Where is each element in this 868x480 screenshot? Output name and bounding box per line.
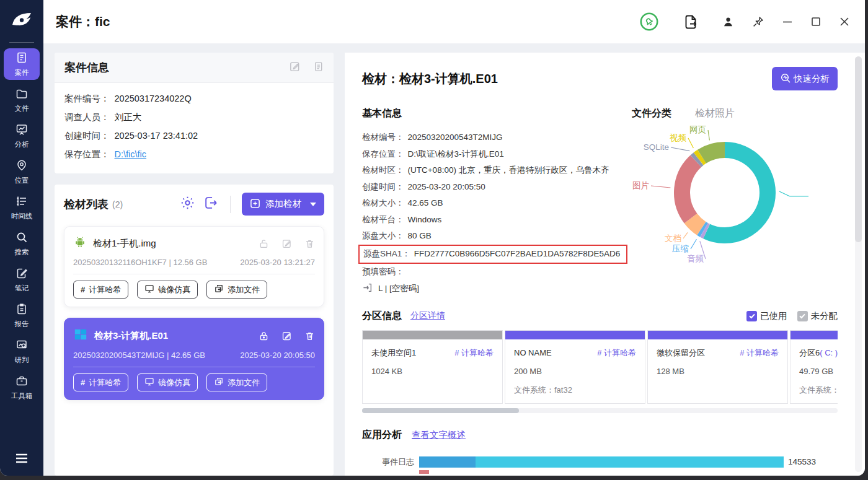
donut-slice-音频[interactable] <box>704 230 706 231</box>
sidebar-item-case[interactable]: 案件 <box>4 48 40 80</box>
case-info-body: 案件编号：20250317234022Q 调查人员：刘正大 创建时间：2025-… <box>55 83 334 173</box>
vertical-scrollbar[interactable] <box>855 56 862 472</box>
donut-slice-图片[interactable] <box>682 161 696 219</box>
compute-hash-button[interactable]: #计算哈希 <box>73 281 128 299</box>
sidebar-item-files[interactable]: 文件 <box>4 84 40 116</box>
text-summary-link[interactable]: 查看文字概述 <box>412 429 466 441</box>
tab-file-category[interactable]: 文件分类 <box>632 107 671 120</box>
event-log-bar-row: 事件日志 145533 <box>362 456 838 468</box>
sidebar-item-analysis[interactable]: 分析 <box>4 120 40 152</box>
sidebar-item-toolbox[interactable]: 工具箱 <box>4 372 40 403</box>
vertical-scrollbar-thumb[interactable] <box>855 56 862 242</box>
lock-open-icon[interactable] <box>259 238 269 249</box>
donut-slice-文档[interactable] <box>691 219 701 229</box>
menu-hamburger-icon[interactable] <box>14 452 29 467</box>
evidence-count: (2) <box>112 199 123 209</box>
sidebar-item-label: 分析 <box>15 140 29 149</box>
partition-hash-link[interactable]: # 计算哈希 <box>735 347 779 359</box>
left-column: 案件信息 案件编号：20250317234022Q 调查人员：刘正大 创建时间：… <box>55 53 334 476</box>
donut-slice-压缩[interactable] <box>701 229 704 230</box>
detail-field-password: 预填密码： <box>362 264 614 281</box>
delete-evidence-icon[interactable] <box>304 331 315 341</box>
export-case-icon[interactable] <box>683 14 699 30</box>
partition-header: 分区信息 分区详情 已使用 未分配 <box>362 310 838 323</box>
login-arrow-icon <box>362 282 373 295</box>
sidebar-item-location[interactable]: 位置 <box>4 156 40 188</box>
minimize-button[interactable] <box>782 16 793 27</box>
edit-evidence-icon[interactable] <box>281 238 292 249</box>
lock-closed-icon[interactable] <box>259 331 269 341</box>
tab-evidence-photos[interactable]: 检材照片 <box>695 107 735 120</box>
partition-size: 1024 KB <box>371 367 494 376</box>
partition-filesystem <box>371 385 494 394</box>
partition-hash-link[interactable]: # 计算哈希 <box>450 347 494 359</box>
pin-window-icon[interactable] <box>751 15 764 28</box>
partition-card-c-drive[interactable]: 分区6( C: )# 计算哈希 49.79 GB 文件系统： <box>790 330 838 404</box>
evidence-item-computer[interactable]: 检材3-计算机.E01 20250320200543T2MIJG | 42.65… <box>64 318 324 400</box>
donut-slice-SQLite[interactable] <box>696 159 698 162</box>
case-field-location: 保存位置：D:\fic\fic <box>64 145 324 164</box>
add-file-button[interactable]: 添加文件 <box>206 373 267 391</box>
partition-size: 49.79 GB <box>799 367 838 376</box>
partition-card-unused[interactable]: 未使用空间1# 计算哈希 1024 KB <box>362 330 503 404</box>
evidence-list-header: 检材列表 (2) 添加检材 <box>64 193 324 216</box>
evidence-item-phone[interactable]: 检材1-手机.img 20250320132116OH1KF7 | 12.56 … <box>64 226 324 307</box>
quick-analysis-button[interactable]: 快速分析 <box>772 67 838 90</box>
bar-category-label: 事件日志 <box>362 456 414 468</box>
edit-evidence-icon[interactable] <box>281 331 292 341</box>
user-icon[interactable] <box>722 16 734 28</box>
case-path-link[interactable]: D:\fic\fic <box>115 149 147 159</box>
donut-slice-main[interactable] <box>707 150 768 235</box>
horizontal-scrollbar[interactable] <box>362 408 838 413</box>
donut-slice-网页[interactable] <box>702 150 725 157</box>
compute-hash-button[interactable]: #计算哈希 <box>73 373 128 391</box>
donut-slice-视频[interactable] <box>699 157 702 159</box>
android-icon <box>73 235 87 251</box>
case-field-number: 案件编号：20250317234022Q <box>64 89 324 108</box>
basic-info-title: 基本信息 <box>362 107 614 120</box>
sidebar-nav: 案件 文件 分析 位置 时间线 搜索 <box>4 48 40 403</box>
app-analysis-header: 应用分析 查看文字概述 <box>362 429 838 442</box>
donut-leader-line <box>708 130 709 141</box>
detail-field-timezone: 检材时区：(UTC+08:00) 北京，重庆，香港特别行政区，乌鲁木齐 <box>362 162 614 179</box>
export-evidence-icon[interactable] <box>203 195 219 213</box>
add-file-button[interactable]: 添加文件 <box>206 281 267 299</box>
add-evidence-button[interactable]: 添加检材 <box>242 193 324 216</box>
close-button[interactable] <box>839 16 850 27</box>
mirror-simulation-button[interactable]: 镜像仿真 <box>137 373 198 391</box>
titlebar-controls <box>639 11 850 32</box>
sidebar-item-notes[interactable]: 笔记 <box>4 264 40 295</box>
detail-field-platform: 检材平台：Windows <box>362 212 614 229</box>
delete-evidence-icon[interactable] <box>304 238 315 249</box>
sidebar-item-label: 文件 <box>15 104 29 113</box>
case-field-investigator: 调查人员：刘正大 <box>64 108 324 126</box>
copy-case-info-icon[interactable] <box>313 61 324 75</box>
notification-bell-icon[interactable] <box>639 11 660 32</box>
sidebar-item-report[interactable]: 报告 <box>4 300 40 331</box>
content-area: 案件信息 案件编号：20250317234022Q 调查人员：刘正大 创建时间：… <box>43 43 865 476</box>
horizontal-scrollbar-thumb[interactable] <box>362 408 519 413</box>
filter-unallocated-checkbox[interactable]: 未分配 <box>797 310 838 322</box>
edit-case-icon[interactable] <box>289 61 301 75</box>
case-icon <box>16 51 28 66</box>
checkbox-checked-icon <box>797 311 808 321</box>
partition-hash-link[interactable]: # 计算哈希 <box>592 347 636 359</box>
sidebar-item-timeline[interactable]: 时间线 <box>4 192 40 224</box>
sidebar-item-search[interactable]: 搜索 <box>4 228 40 260</box>
filter-used-checkbox[interactable]: 已使用 <box>746 310 787 322</box>
donut-label-图片: 图片 <box>632 181 649 190</box>
detail-field-number: 检材编号：20250320200543T2MIJG <box>362 129 614 146</box>
evidence-detail-panel: 检材：检材3-计算机.E01 快速分析 基本信息 检材编号：2025032020… <box>345 53 865 476</box>
sidebar-item-review[interactable]: 研判 <box>4 336 40 367</box>
partition-detail-link[interactable]: 分区详情 <box>410 310 445 321</box>
filter-unallocated-label: 未分配 <box>811 310 838 322</box>
evidence-list-card: 检材列表 (2) 添加检材 <box>55 185 334 476</box>
partition-card-msr[interactable]: 微软保留分区# 计算哈希 128 MB <box>647 330 788 404</box>
partition-card-noname[interactable]: NO NAME# 计算哈希 200 MB 文件系统：fat32 <box>505 330 645 404</box>
mirror-simulation-button[interactable]: 镜像仿真 <box>137 281 198 299</box>
bar-segment-1 <box>419 456 476 468</box>
maximize-button[interactable] <box>810 16 822 27</box>
settings-gear-icon[interactable] <box>180 195 195 213</box>
donut-label-视频: 视频 <box>670 133 687 142</box>
notes-icon <box>16 267 28 282</box>
